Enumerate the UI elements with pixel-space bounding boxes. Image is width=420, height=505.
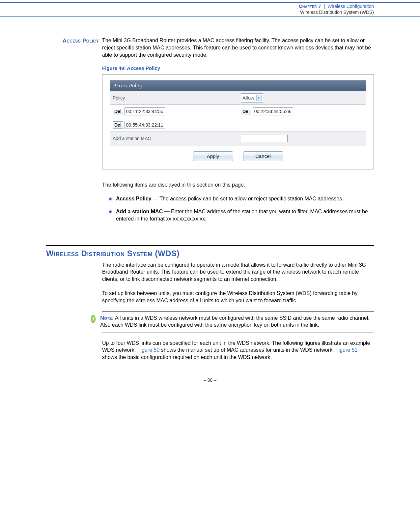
- add-station-input[interactable]: [241, 135, 288, 142]
- mac-entry-3: 00:55:44:33:22:11: [125, 121, 165, 129]
- chevron-down-icon: ▾: [256, 95, 262, 101]
- figure-caption-49: Figure 49: Access Policy: [102, 65, 374, 72]
- diamond-bullet-icon: ◆: [102, 195, 116, 201]
- note-top-rule: [102, 312, 374, 312]
- note-body: All units in a WDS wireless network must…: [100, 315, 369, 328]
- page-header: Chapter 7 | Wireless Configuration Wirel…: [0, 2, 420, 17]
- panel-title: Access Policy: [110, 81, 366, 91]
- figure-50-link[interactable]: Figure 50: [137, 347, 160, 353]
- header-topic: Wireless Configuration: [327, 4, 374, 9]
- note-bottom-rule: [102, 333, 374, 333]
- header-separator: |: [322, 4, 326, 9]
- section-divider: [46, 245, 374, 246]
- wds-paragraph-1: The radio interface can be configured to…: [102, 261, 374, 283]
- info-icon: i: [91, 315, 96, 323]
- apply-button[interactable]: Apply: [193, 151, 233, 161]
- diamond-bullet-icon: ◆: [102, 208, 116, 214]
- section-label-access-policy: Access Policy: [46, 37, 99, 44]
- bullet-head-2: Add a station MAC —: [116, 209, 171, 214]
- figure-51-link[interactable]: Figure 51: [335, 347, 358, 353]
- header-subtitle: Wireless Distribution System (WDS): [0, 9, 374, 15]
- wds-paragraph-3: Up to four WDS links can be specified fo…: [102, 340, 374, 361]
- mac-entry-1: 00:11:22:33:44:55: [125, 107, 165, 116]
- bullet-access-policy: ◆ Access Policy — The access policy can …: [102, 195, 374, 202]
- delete-button-2[interactable]: Del: [241, 108, 251, 115]
- wds-p3c: shows the basic configuration required o…: [102, 354, 272, 360]
- bullet-sep-1: —: [152, 196, 160, 201]
- policy-select-value: Allow: [242, 95, 254, 101]
- wds-paragraph-2: To set up links between units, you must …: [102, 290, 374, 304]
- delete-button-3[interactable]: Del: [113, 121, 123, 129]
- chapter-label: Chapter 7: [299, 4, 321, 9]
- add-station-label: Add a station MAC: [110, 132, 238, 145]
- access-policy-intro: The Mini 3G Broadband Router provides a …: [102, 37, 374, 58]
- cancel-button[interactable]: Cancel: [243, 151, 283, 161]
- page-number: – 88 –: [0, 377, 420, 383]
- mac-entry-2: 00:22:33:44:55:66: [253, 107, 293, 116]
- items-intro: The following items are displayed in thi…: [102, 181, 374, 189]
- note-text: Note: All units in a WDS wireless networ…: [100, 314, 374, 329]
- policy-select[interactable]: Allow ▾: [241, 93, 263, 103]
- bullet-head-1: Access Policy: [116, 196, 152, 201]
- section-heading-wds: Wireless Distribution System (WDS): [46, 249, 374, 258]
- delete-button-1[interactable]: Del: [113, 108, 123, 115]
- note-label: Note:: [100, 315, 114, 321]
- figure-49-screenshot: Access Policy Policy Allow ▾: [102, 74, 374, 169]
- bullet-text-1: The access policy can be set to allow or…: [159, 196, 343, 201]
- bullet-add-station-mac: ◆ Add a station MAC — Enter the MAC addr…: [102, 208, 374, 222]
- wds-p3b: shows the manual set up of MAC addresses…: [159, 347, 335, 353]
- policy-label: Policy: [110, 91, 238, 104]
